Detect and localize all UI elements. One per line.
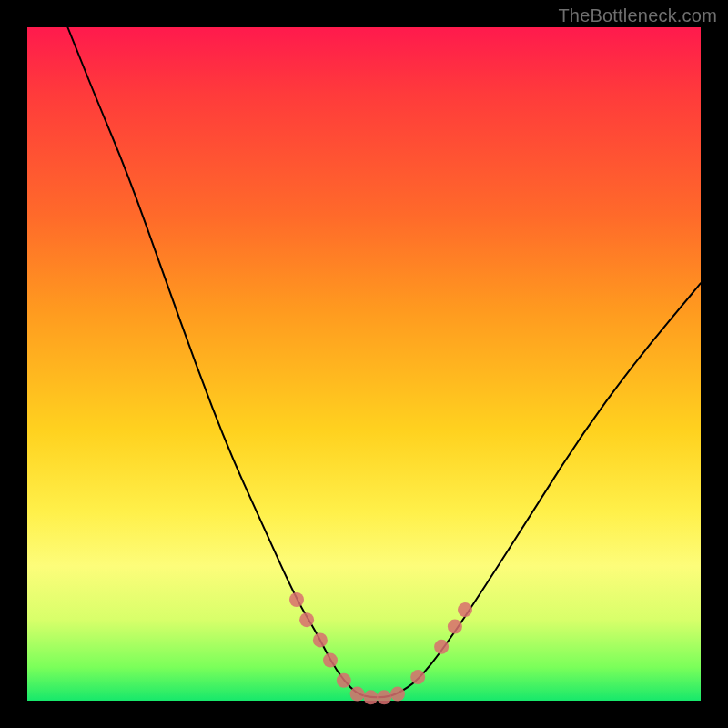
- curve-dot: [350, 687, 365, 702]
- curve-dot: [299, 612, 314, 627]
- curve-dot: [390, 687, 405, 702]
- chart-svg: [27, 27, 701, 701]
- watermark-text: TheBottleneck.com: [558, 5, 717, 26]
- bottleneck-curve: [67, 27, 701, 697]
- curve-dot: [289, 592, 304, 607]
- curve-dot: [377, 690, 391, 704]
- curve-dot: [323, 653, 338, 668]
- chart-plot-area: [27, 27, 701, 701]
- curve-dot: [337, 673, 351, 688]
- curve-dot: [363, 690, 378, 704]
- chart-frame: TheBottleneck.com: [0, 0, 728, 728]
- curve-dot: [434, 640, 449, 654]
- curve-dot: [458, 602, 472, 617]
- curve-dot: [410, 670, 425, 684]
- curve-dot: [313, 632, 328, 647]
- curve-dot: [448, 620, 462, 634]
- curve-markers: [289, 592, 472, 704]
